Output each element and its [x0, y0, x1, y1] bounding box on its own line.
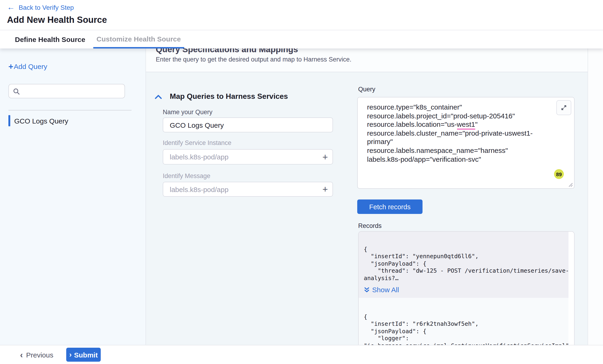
record-item: { "insertId": "r6rk2tnah3owf5eh", "jsonP… — [359, 298, 569, 345]
add-query-button[interactable]: + Add Query — [8, 62, 47, 71]
record-json: { "insertId": "yennepun0qtd6ll6", "jsonP… — [364, 246, 568, 282]
sidebar-item-gco-logs-query[interactable]: GCO Logs Query — [8, 115, 139, 127]
search-input[interactable] — [23, 87, 118, 95]
service-instance-input[interactable] — [163, 153, 333, 161]
submit-label: Submit — [74, 351, 98, 359]
record-json: { "insertId": "r6rk2tnah3owf5eh", "jsonP… — [364, 313, 568, 345]
add-message-path-button[interactable]: + — [323, 184, 328, 194]
back-link-label: Back to Verify Step — [19, 3, 74, 12]
back-link[interactable]: ← Back to Verify Step — [7, 3, 74, 12]
query-line: resource.labels.cluster_name="prod-priva… — [367, 129, 554, 146]
query-item-label: GCO Logs Query — [14, 117, 68, 125]
header-divider — [0, 30, 603, 30]
plus-icon: + — [8, 62, 13, 71]
record-item: { "insertId": "yennepun0qtd6ll6", "jsonP… — [359, 232, 569, 298]
chevron-left-icon: ‹ — [20, 351, 23, 359]
submit-button[interactable]: › Submit — [66, 348, 101, 362]
resize-handle[interactable] — [568, 183, 573, 187]
query-search-box — [8, 84, 125, 98]
add-service-instance-path-button[interactable]: + — [323, 152, 328, 161]
show-all-label: Show All — [372, 286, 399, 294]
identify-service-instance-label: Identify Service Instance — [163, 139, 231, 146]
section-subheading: Enter the query to get the desired outpu… — [156, 56, 351, 63]
identify-message-label: Identify Message — [163, 172, 210, 180]
query-text: resource.type="k8s_container"resource.la… — [367, 103, 554, 164]
name-your-query-label: Name your Query — [163, 109, 212, 116]
records-panel: { "insertId": "yennepun0qtd6ll6", "jsonP… — [358, 231, 575, 345]
query-line: resource.labels.namespace_name="harness" — [367, 146, 554, 155]
expand-icon — [561, 104, 567, 111]
page-header: ← Back to Verify Step Add New Health Sou… — [0, 0, 603, 30]
selected-indicator-bar — [8, 115, 10, 126]
tab-define-health-source[interactable]: Define Health Source — [12, 30, 89, 48]
show-all-link[interactable]: Show All — [364, 286, 568, 294]
char-count-badge: 89 — [554, 169, 564, 179]
tab-bar: Define Health Source Customize Health So… — [0, 30, 603, 48]
service-instance-field: + — [163, 149, 333, 165]
chevron-right-icon: › — [69, 351, 72, 358]
footer-bar: ‹ Previous › Submit — [0, 345, 603, 364]
query-line: resource.labels.location="us-west1" — [367, 120, 554, 129]
chevron-up-icon — [155, 95, 162, 99]
query-name-field — [163, 117, 333, 132]
fetch-records-button[interactable]: Fetch records — [357, 199, 423, 214]
query-editor[interactable]: resource.type="k8s_container"resource.la… — [357, 97, 575, 189]
query-line: resource.type="k8s_container" — [367, 103, 554, 112]
message-input[interactable] — [163, 185, 333, 193]
query-line: resource.labels.project_id="prod-setup-2… — [367, 112, 554, 120]
records-label: Records — [358, 222, 382, 229]
arrow-left-icon: ← — [7, 3, 15, 12]
add-query-label: Add Query — [14, 62, 47, 71]
previous-label: Previous — [26, 351, 53, 359]
search-icon — [13, 88, 20, 94]
previous-button[interactable]: ‹ Previous — [20, 345, 53, 364]
expand-query-button[interactable] — [556, 100, 571, 115]
add-health-source-page: ← Back to Verify Step Add New Health Sou… — [0, 0, 603, 364]
tab-customize-health-source[interactable]: Customize Health Source — [93, 30, 184, 48]
query-name-input[interactable] — [163, 121, 333, 129]
records-scrollbar-track[interactable] — [568, 232, 574, 345]
sidebar-divider — [8, 110, 131, 111]
message-field: + — [163, 182, 333, 197]
query-label: Query — [358, 86, 375, 93]
page-title: Add New Health Source — [7, 15, 107, 25]
map-queries-title: Map Queries to Harness Services — [170, 92, 288, 101]
scrollbar-gutter[interactable] — [588, 48, 603, 345]
map-queries-collapse-header[interactable]: Map Queries to Harness Services — [155, 92, 288, 101]
query-line: labels.k8s-pod/app="verification-svc" — [367, 155, 554, 164]
double-chevron-down-icon — [364, 286, 370, 293]
